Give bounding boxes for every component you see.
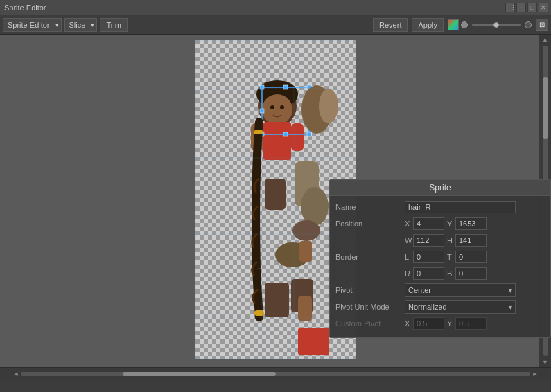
position-label: Position [335, 220, 405, 228]
sprite-panel-body: Name Position X Y [330, 196, 550, 337]
size-row: W H [335, 233, 545, 247]
pivot-unit-label: Pivot Unit Mode [335, 303, 405, 311]
svg-rect-12 [291, 123, 304, 151]
name-label: Name [335, 203, 405, 211]
custom-pivot-row: Custom Pivot X Y [335, 317, 545, 330]
svg-point-8 [270, 105, 274, 109]
r-letter: R [405, 269, 412, 278]
zoom-slider-thumb [493, 22, 499, 28]
scroll-vertical-thumb [543, 77, 548, 139]
horizontal-scrollbar[interactable]: ◄ ► [0, 367, 551, 380]
border-fields-rb: R B [405, 267, 545, 280]
pos-h-group: H [447, 234, 487, 247]
svg-rect-28 [265, 179, 286, 210]
svg-rect-10 [263, 122, 291, 160]
svg-rect-20 [283, 132, 288, 136]
scroll-left-arrow[interactable]: ◄ [11, 371, 21, 377]
maximize-button[interactable]: □ [527, 3, 537, 12]
scroll-horizontal-track[interactable] [21, 372, 530, 376]
width-input[interactable] [413, 234, 444, 247]
border-t-group: T [447, 251, 487, 263]
svg-point-29 [292, 220, 320, 241]
minimize-button[interactable]: − [516, 3, 526, 12]
pos-y-input[interactable] [455, 217, 487, 230]
name-input[interactable] [405, 201, 516, 213]
h-letter: H [447, 236, 454, 244]
border-label: Border [335, 253, 405, 261]
zoom-slider-container [472, 24, 521, 26]
custom-pivot-label: Custom Pivot [335, 319, 405, 328]
revert-button[interactable]: Revert [373, 18, 408, 32]
svg-rect-34 [298, 296, 312, 321]
toolbar: Sprite Editor Slice Trim Revert Apply ⊡ [0, 15, 551, 35]
scroll-horizontal-thumb [123, 372, 276, 376]
slice-dropdown[interactable]: Slice [64, 18, 98, 32]
zoom-slider[interactable] [472, 24, 521, 26]
svg-point-7 [262, 94, 292, 125]
border-r-group: R [405, 267, 444, 280]
color-controls [448, 19, 468, 30]
trim-button[interactable]: Trim [100, 18, 128, 32]
color-dot-1[interactable] [461, 21, 468, 28]
main-content: Sprite Name Position X [0, 35, 551, 380]
name-row: Name [335, 200, 545, 214]
toolbar-right: Revert Apply ⊡ [373, 18, 548, 32]
l-letter: L [405, 253, 412, 261]
custom-y-letter: Y [447, 319, 454, 328]
border-b-input[interactable] [455, 267, 487, 280]
title-text: Sprite Editor [4, 3, 46, 12]
pivot-select-wrapper[interactable]: Center TopLeft TopCenter TopRight LeftCe… [405, 283, 516, 297]
pivot-label: Pivot [335, 286, 405, 294]
border-l-group: L [405, 251, 444, 263]
color-dot-2[interactable] [525, 21, 532, 28]
svg-rect-35 [299, 241, 312, 262]
border-t-input[interactable] [455, 251, 487, 263]
custom-pivot-y-input[interactable] [455, 317, 487, 330]
svg-point-27 [301, 187, 329, 226]
scroll-down-arrow[interactable]: ▼ [542, 357, 548, 367]
pos-x-input[interactable] [413, 217, 444, 230]
w-letter: W [405, 236, 412, 244]
position-row: Position X Y [335, 217, 545, 231]
border-row-rb: R B [335, 267, 545, 280]
svg-rect-21 [307, 132, 311, 136]
color-picker-icon[interactable] [448, 19, 459, 30]
border-r-input[interactable] [413, 267, 444, 280]
pos-y-group: Y [447, 217, 487, 230]
pivot-row: Pivot Center TopLeft TopCenter TopRight … [335, 283, 545, 297]
pivot-unit-row: Pivot Unit Mode Normalized Pixels [335, 300, 545, 314]
close-button[interactable]: ✕ [539, 3, 548, 12]
position-fields: X Y [405, 217, 545, 230]
svg-rect-33 [298, 328, 329, 355]
custom-pivot-x-input[interactable] [413, 317, 444, 330]
height-input[interactable] [455, 234, 487, 247]
pivot-unit-select-wrapper[interactable]: Normalized Pixels [405, 300, 516, 314]
canvas-area[interactable]: Sprite Name Position X [0, 35, 551, 380]
scroll-right-arrow[interactable]: ► [530, 371, 540, 377]
title-bar-controls: ⋮⋮ − □ ✕ [505, 3, 548, 12]
custom-x-letter: X [405, 319, 412, 328]
t-letter: T [447, 253, 454, 261]
pivot-select[interactable]: Center TopLeft TopCenter TopRight LeftCe… [405, 283, 516, 297]
sprite-panel: Sprite Name Position X [329, 179, 551, 338]
pos-x-group: X [405, 217, 444, 230]
border-l-input[interactable] [413, 251, 444, 263]
settings-icon-btn[interactable]: ⊡ [536, 19, 548, 31]
border-row-lt: Border L T [335, 250, 545, 264]
size-fields: W H [405, 234, 545, 247]
apply-button[interactable]: Apply [412, 18, 444, 32]
scroll-up-arrow[interactable]: ▲ [542, 35, 548, 44]
pivot-unit-select[interactable]: Normalized Pixels [405, 300, 516, 314]
svg-point-9 [280, 105, 284, 109]
custom-pivot-x-group: X [405, 317, 444, 330]
svg-rect-23 [254, 310, 264, 316]
custom-pivot-fields: X Y [405, 317, 545, 330]
border-b-group: B [447, 267, 487, 280]
b-letter: B [447, 269, 454, 278]
y-letter: Y [447, 220, 454, 228]
sprite-editor-dropdown[interactable]: Sprite Editor [3, 18, 62, 32]
menu-icon-btn[interactable]: ⋮⋮ [505, 3, 515, 12]
title-bar: Sprite Editor ⋮⋮ − □ ✕ [0, 0, 551, 15]
pos-w-group: W [405, 234, 444, 247]
svg-rect-31 [265, 283, 289, 317]
